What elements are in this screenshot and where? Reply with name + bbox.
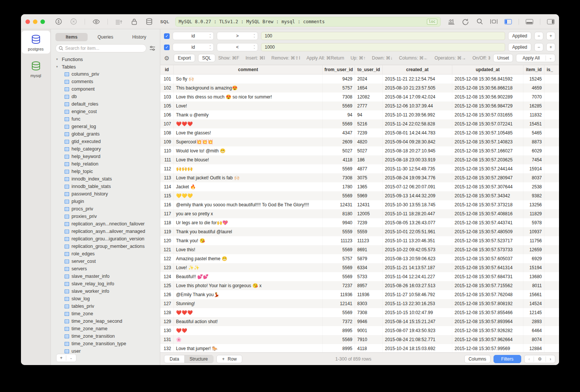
add-row-button[interactable]: + Row [216,355,242,363]
table-tree-item[interactable]: db [56,93,160,100]
column-header-updated-at[interactable]: updated_at [452,65,523,74]
sql-editor-icon[interactable]: SQL [160,19,169,24]
connection-item[interactable]: postgres [22,31,50,54]
table-row[interactable]: 132 Love that jumper! 🐎 8995 4118 2015-1… [160,344,559,352]
plus-icon[interactable]: + [57,355,66,361]
table-row[interactable]: 125 Love this photo! Your hair is gorgeo… [160,281,559,290]
column-header-id[interactable]: id [160,65,174,74]
gear-icon[interactable]: ⚙ [164,55,171,62]
chevron-down-icon[interactable]: ⌄ [66,356,76,360]
table-tree-item[interactable]: global_grants [56,130,160,138]
add-filter-button[interactable]: + [546,32,555,40]
filter-column-select[interactable]: id ⌃⌄ [173,32,214,40]
filter-checkbox[interactable]: ✓ [164,33,170,39]
table-tree-item[interactable]: time_zone_leap_second [56,317,160,325]
table-row[interactable]: 111 Love the blouse! 4118 186 2015-08-18… [160,155,559,164]
table-tree-item[interactable]: plugin [56,198,160,205]
table-row[interactable]: 109 Supercool💥💥💥 2609 4820 2015-09-04 09… [160,137,559,146]
table-row[interactable]: 122 Amazing pastel theme 😬 5757 5879 201… [160,254,559,263]
filter-column-select[interactable]: id ⌃⌄ [173,43,214,51]
column-header-to-user-id[interactable]: to_user_id [355,65,383,74]
remove-filter-button[interactable]: − [534,43,543,51]
remove-filter-button[interactable]: − [534,32,543,40]
table-row[interactable]: 108 Love the glasses! 4347 7239 2015-08-… [160,128,559,137]
table-tree-item[interactable]: slave_worker_info [56,288,160,295]
filter-value-input[interactable]: 100 [261,32,505,40]
table-tree-item[interactable]: slave_master_info [56,273,160,280]
chart-icon[interactable] [447,18,455,25]
table-row[interactable]: 101 So fly 🙌🏻 9429 2024 2015-11-21 22:12… [160,75,559,83]
table-tree-item[interactable]: procs_priv [56,205,160,213]
minimize-window-button[interactable] [33,19,37,24]
search-box[interactable] [55,44,146,52]
table-row[interactable]: 131 🌸 5569 7910 2015-08-24 21:08:52.771 … [160,335,559,344]
table-row[interactable]: 105 Love! 5569 2777 2015-12-06 10:37:39.… [160,101,559,110]
table-row[interactable]: 121 Love this! 5569 8691 2015-10-22 09:4… [160,245,559,254]
column-header-from-user-id[interactable]: from_user_id [323,65,355,74]
table-tree-item[interactable]: component [56,85,160,93]
table-tree-item[interactable]: replication_group_member_actions [56,243,160,250]
toggle-left-sidebar-icon[interactable] [504,19,512,24]
center-panel-icon[interactable] [490,18,498,25]
table-tree-item[interactable]: innodb_index_stats [56,175,160,183]
table-tree-item[interactable]: slave_relay_log_info [56,280,160,288]
table-tree-item[interactable]: default_roles [56,100,160,108]
table-row[interactable]: 112 🙌🙌🙌 5569 4877 2015-11-30 12:54:49.73… [160,164,559,173]
table-tree-item[interactable]: time_zone [56,310,160,317]
applied-button[interactable]: Applied [508,32,531,40]
queue-list-icon[interactable] [115,18,123,25]
filter-sliders-icon[interactable] [149,46,155,51]
table-row[interactable]: 120 Thank you! 😘 11123 11123 2015-10-11 … [160,236,559,245]
table-tree-item[interactable]: replication_asyn...nnection_failover [56,220,160,228]
refresh-icon[interactable] [462,18,469,25]
preview-eye-icon[interactable] [92,18,100,25]
table-row[interactable]: 103 Love this dress so much 😍 so nice fo… [160,92,559,101]
table-tree-item[interactable]: proxies_priv [56,213,160,220]
prev-page-icon[interactable]: ‹ [525,356,534,362]
zoom-window-button[interactable] [40,19,45,24]
table-row[interactable]: 107 ❤️❤️❤️ 5569 5216 2015-11-24 22:02:58… [160,119,559,128]
next-page-icon[interactable]: › [546,356,555,362]
table-tree-item[interactable]: help_topic [56,168,160,175]
filter-checkbox[interactable]: ✓ [164,45,170,50]
close-window-button[interactable] [25,19,30,24]
connection-item[interactable]: mysql [22,57,50,80]
table-row[interactable]: 106 Thank u @emily 94 94 2015-10-11 20:3… [160,110,559,119]
applied-button[interactable]: Applied [508,43,531,51]
tree-section-tables[interactable]: ▾ Tables [56,63,160,70]
table-tree-item[interactable]: server_cost [56,258,160,265]
table-row[interactable]: 123 Love! ✨✨ 5569 6334 2015-11-21 14:13:… [160,263,559,272]
sql-button[interactable]: SQL [198,54,215,62]
column-header-is[interactable]: is_ [544,65,559,74]
filter-operator-select[interactable]: > ⌃⌄ [217,32,258,40]
table-row[interactable]: 119 Thank you beautiful @laurel 5559 555… [160,227,559,236]
table-tree-item[interactable]: replication_grou...iguration_version [56,235,160,243]
table-tree-item[interactable]: password_history [56,190,160,198]
toggle-right-panel-icon[interactable] [547,19,555,24]
table-tree-item[interactable]: tables_priv [56,303,160,310]
column-header-item-id[interactable]: item_id [523,65,544,74]
table-tree-item[interactable]: innodb_table_stats [56,183,160,190]
table-tree-item[interactable]: columns_priv [56,70,160,78]
table-tree-item[interactable]: time_zone_transition [56,332,160,340]
search-input[interactable] [65,46,143,51]
table-tree-item[interactable]: replication_asyn...ailover_managed [56,228,160,235]
column-header-comment[interactable]: comment [174,65,323,74]
table-tree-item[interactable]: slow_log [56,295,160,303]
toggle-bottom-panel-icon[interactable] [526,19,533,24]
tab-items[interactable]: Items [55,33,88,41]
table-row[interactable]: 116 @emily thank you soooo much beautifu… [160,200,559,209]
lock-icon[interactable] [130,18,138,25]
structure-tab[interactable]: Structure [184,355,213,363]
export-button[interactable]: Export [174,54,195,62]
table-tree-item[interactable]: general_log [56,123,160,130]
gear-icon[interactable]: ⚙ [534,356,546,362]
table-tree-item[interactable]: time_zone_transition_type [56,340,160,347]
apply-all-button[interactable]: Apply All ⌄ [516,54,555,62]
unset-button[interactable]: Unset [493,54,513,62]
tab-history[interactable]: History [123,33,155,41]
table-tree-item[interactable]: help_category [56,145,160,153]
filter-value-input[interactable]: 1000 [261,43,505,51]
table-tree-item[interactable]: help_keyword [56,153,160,160]
table-tree-item[interactable]: func [56,115,160,123]
